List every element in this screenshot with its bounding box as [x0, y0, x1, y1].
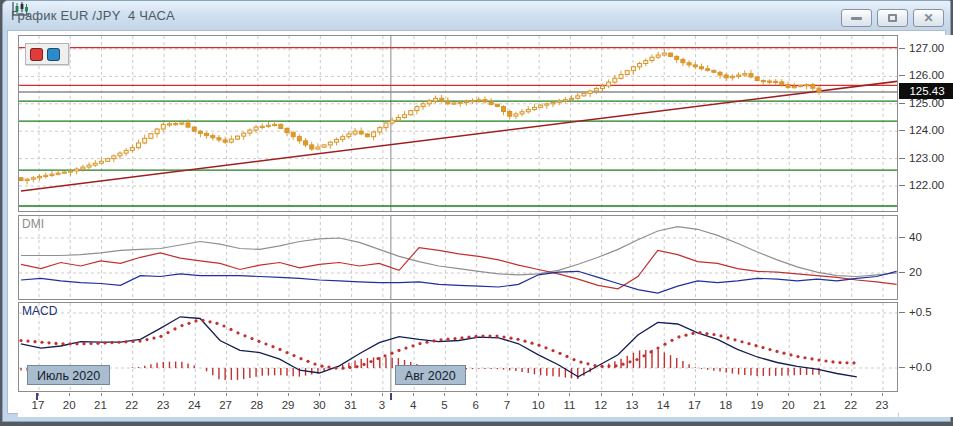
- date-label: 17: [32, 399, 45, 411]
- date-label: 7: [504, 399, 510, 411]
- close-button[interactable]: ✕: [913, 9, 944, 27]
- date-tick: [257, 393, 258, 396]
- date-label: 18: [719, 399, 732, 411]
- axis-label: 126.00: [909, 69, 944, 81]
- date-label: 31: [344, 399, 357, 411]
- date-label: 17: [688, 399, 701, 411]
- axis-label: +0.0: [909, 361, 932, 373]
- axis-tick: [899, 367, 905, 368]
- date-label: 6: [472, 399, 478, 411]
- minimize-icon: [851, 17, 862, 20]
- date-tick: [382, 393, 383, 396]
- date-tick: [820, 393, 821, 396]
- date-tick: [726, 393, 727, 396]
- dmi-indicator-panel[interactable]: DMI: [18, 215, 898, 300]
- month-label-july: Июль 2020: [27, 365, 110, 385]
- date-tick: [444, 393, 445, 396]
- axis-tick: [899, 272, 905, 273]
- date-label: 4: [410, 399, 416, 411]
- red-indicator-toggle[interactable]: [30, 48, 43, 61]
- date-label: 30: [313, 399, 326, 411]
- date-tick: [788, 393, 789, 396]
- month-boundary-tick: [36, 393, 38, 400]
- macd-indicator-panel[interactable]: Июль 2020 Авг 2020 MACD: [18, 302, 898, 392]
- axis-label: 40: [909, 231, 922, 243]
- date-tick: [163, 393, 164, 396]
- date-label: 24: [188, 399, 201, 411]
- date-tick: [569, 393, 570, 396]
- price-chart-panel[interactable]: [18, 35, 898, 212]
- axis-label: 122.00: [909, 179, 944, 191]
- chart-client-area: DMI Июль 2020 Авг 2020 MACD 172021222324…: [7, 30, 946, 414]
- date-label: 28: [250, 399, 263, 411]
- date-label: 23: [876, 399, 889, 411]
- maximize-button[interactable]: [877, 9, 908, 27]
- date-label: 13: [626, 399, 639, 411]
- date-label: 5: [441, 399, 447, 411]
- blue-indicator-toggle[interactable]: [47, 48, 60, 61]
- date-tick: [288, 393, 289, 396]
- date-tick: [632, 393, 633, 396]
- axis-tick: [899, 75, 905, 76]
- month-boundary-tick: [390, 393, 392, 400]
- date-label: 19: [751, 399, 764, 411]
- date-tick: [413, 393, 414, 396]
- date-label: 22: [125, 399, 138, 411]
- date-tick: [38, 393, 39, 396]
- axis-tick: [899, 158, 905, 159]
- month-label-august: Авг 2020: [395, 365, 466, 385]
- date-tick: [476, 393, 477, 396]
- date-tick: [194, 393, 195, 396]
- axis-label: 124.00: [909, 124, 944, 136]
- date-tick: [694, 393, 695, 396]
- date-tick: [882, 393, 883, 396]
- date-label: 20: [782, 399, 795, 411]
- title-bar[interactable]: График EUR /JPY 4 ЧАСА ✕: [3, 1, 950, 30]
- date-label: 22: [844, 399, 857, 411]
- indicator-legend: [25, 43, 69, 65]
- axis-label: 125.00: [909, 97, 944, 109]
- date-label: 12: [594, 399, 607, 411]
- axis-tick: [899, 237, 905, 238]
- date-label: 29: [282, 399, 295, 411]
- axis-tick: [899, 103, 905, 104]
- date-label: 10: [532, 399, 545, 411]
- axis-label: 127.00: [909, 42, 944, 54]
- date-label: 14: [657, 399, 670, 411]
- date-tick: [663, 393, 664, 396]
- screen: График EUR /JPY 4 ЧАСА ✕ DMI: [0, 0, 953, 426]
- date-tick: [351, 393, 352, 396]
- date-label: 27: [219, 399, 232, 411]
- axis-tick: [899, 312, 905, 313]
- axis-label: 123.00: [909, 152, 944, 164]
- date-tick: [601, 393, 602, 396]
- date-tick: [101, 393, 102, 396]
- date-tick: [507, 393, 508, 396]
- date-label: 20: [63, 399, 76, 411]
- axis-label: 20: [909, 266, 922, 278]
- maximize-icon: [888, 14, 897, 22]
- candlestick-chart-icon: [11, 1, 31, 17]
- date-label: 21: [813, 399, 826, 411]
- chart-window: График EUR /JPY 4 ЧАСА ✕ DMI: [2, 0, 951, 422]
- date-tick: [319, 393, 320, 396]
- date-label: 21: [94, 399, 107, 411]
- date-tick: [226, 393, 227, 396]
- date-tick: [538, 393, 539, 396]
- axis-tick: [899, 130, 905, 131]
- date-tick: [132, 393, 133, 396]
- axis-tick: [899, 185, 905, 186]
- date-axis: 1720212223242728293031345671011121314171…: [18, 393, 898, 417]
- axis-tick: [899, 48, 905, 49]
- price-axis: 125.43 127.00126.00125.00124.00123.00122…: [899, 35, 953, 417]
- date-tick: [69, 393, 70, 396]
- date-tick: [757, 393, 758, 396]
- axis-label: +0.5: [909, 306, 932, 318]
- macd-label: MACD: [22, 304, 57, 318]
- minimize-button[interactable]: [841, 9, 872, 27]
- window-controls: ✕: [841, 9, 944, 27]
- date-label: 3: [379, 399, 385, 411]
- date-tick: [851, 393, 852, 396]
- close-icon: ✕: [923, 12, 933, 24]
- window-title: График EUR /JPY 4 ЧАСА: [11, 8, 175, 23]
